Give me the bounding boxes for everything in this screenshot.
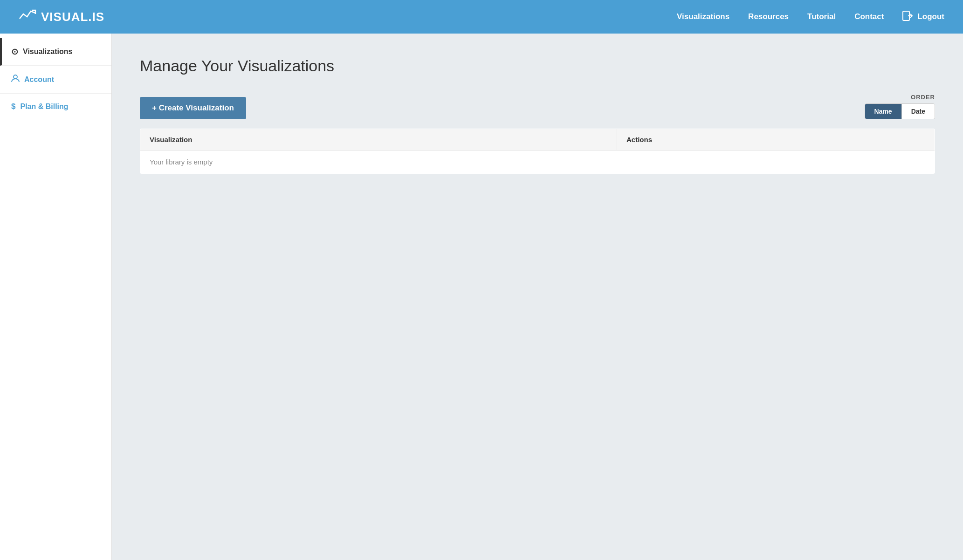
logo-icon	[19, 8, 37, 26]
order-label: ORDER	[911, 94, 935, 101]
create-visualization-button[interactable]: + Create Visualization	[140, 97, 246, 119]
sidebar-item-visualizations-label: Visualizations	[23, 48, 72, 56]
empty-message: Your library is empty	[140, 150, 935, 174]
order-area: ORDER Name Date	[865, 94, 935, 119]
visualizations-table: Visualization Actions Your library is em…	[140, 129, 935, 174]
table-header: Visualization Actions	[140, 129, 935, 150]
nav-visualizations[interactable]: Visualizations	[677, 12, 729, 21]
col-visualization: Visualization	[140, 129, 617, 150]
main-layout: ⊙ Visualizations Account $ Plan & Billin…	[0, 34, 963, 560]
billing-icon: $	[11, 102, 15, 111]
main-nav: Visualizations Resources Tutorial Contac…	[677, 11, 944, 23]
table-empty-row: Your library is empty	[140, 150, 935, 174]
nav-tutorial[interactable]: Tutorial	[807, 12, 836, 21]
app-header: VISUAL.IS Visualizations Resources Tutor…	[0, 0, 963, 34]
order-buttons: Name Date	[865, 103, 935, 119]
sidebar-item-plan-billing[interactable]: $ Plan & Billing	[0, 94, 111, 120]
sidebar-item-account-label: Account	[24, 75, 54, 84]
order-by-name-button[interactable]: Name	[865, 104, 902, 119]
col-actions: Actions	[617, 129, 935, 150]
logout-button[interactable]: Logout	[902, 11, 944, 23]
logout-icon	[902, 11, 913, 23]
logout-label: Logout	[917, 12, 944, 21]
svg-point-1	[14, 75, 17, 79]
order-by-date-button[interactable]: Date	[902, 104, 935, 119]
sidebar-item-plan-billing-label: Plan & Billing	[20, 102, 68, 111]
nav-resources[interactable]: Resources	[748, 12, 789, 21]
logo-text: VISUAL.IS	[41, 10, 104, 24]
account-icon	[11, 74, 20, 85]
logo: VISUAL.IS	[19, 8, 104, 26]
page-title: Manage Your Visualizations	[140, 57, 935, 75]
sidebar-item-visualizations[interactable]: ⊙ Visualizations	[0, 38, 111, 66]
nav-contact[interactable]: Contact	[854, 12, 884, 21]
main-content: Manage Your Visualizations + Create Visu…	[112, 34, 963, 560]
sidebar: ⊙ Visualizations Account $ Plan & Billin…	[0, 34, 112, 560]
sidebar-item-account[interactable]: Account	[0, 66, 111, 94]
toolbar: + Create Visualization ORDER Name Date	[140, 94, 935, 119]
visualizations-icon: ⊙	[11, 47, 18, 57]
